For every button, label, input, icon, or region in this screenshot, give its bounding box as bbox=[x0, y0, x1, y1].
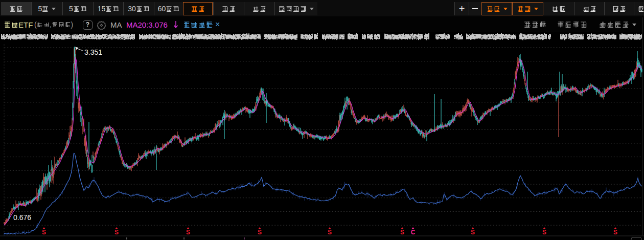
svg-text:S: S bbox=[258, 229, 262, 236]
svg-text:0.676: 0.676 bbox=[13, 213, 31, 222]
svg-text:S: S bbox=[471, 229, 475, 236]
svg-text:S: S bbox=[400, 229, 404, 236]
svg-text:C: C bbox=[411, 229, 416, 236]
svg-text:S: S bbox=[42, 229, 46, 236]
svg-text:S: S bbox=[328, 229, 332, 236]
svg-text:S: S bbox=[186, 229, 190, 236]
svg-text:S: S bbox=[114, 229, 119, 236]
svg-text:3.351: 3.351 bbox=[84, 48, 102, 56]
svg-text:S: S bbox=[613, 229, 617, 236]
svg-text:S: S bbox=[542, 229, 546, 236]
